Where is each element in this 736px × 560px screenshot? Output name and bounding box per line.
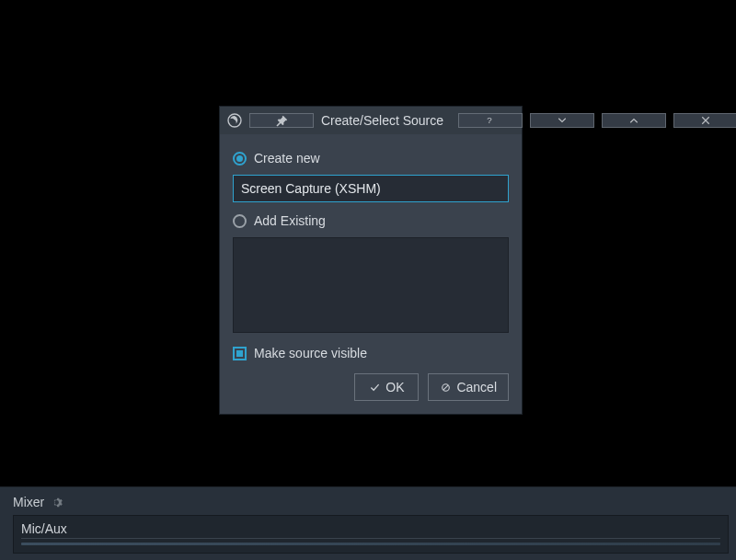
gear-icon[interactable] [50,496,63,509]
pin-icon[interactable] [249,113,314,128]
checkbox-make-visible[interactable]: Make source visible [233,346,509,360]
ok-button[interactable]: OK [354,373,419,401]
mixer-track-label: Mic/Aux [21,521,720,539]
mixer-header: Mixer [0,493,736,515]
create-select-source-dialog: Create/Select Source ? Create new Add Ex… [219,106,523,415]
mixer-panel: Mixer Mic/Aux [0,486,736,560]
svg-text:?: ? [487,115,492,125]
dialog-button-row: OK Cancel [233,373,509,401]
close-icon[interactable] [673,113,736,128]
help-icon[interactable]: ? [458,113,523,128]
dialog-body: Create new Add Existing Make source visi… [220,134,522,414]
chevron-up-icon[interactable] [602,113,666,128]
checkbox-icon [233,347,247,360]
check-icon [369,382,380,393]
dialog-title: Create/Select Source [321,113,443,128]
radio-create-new[interactable]: Create new [233,151,509,166]
radio-existing-label: Add Existing [254,213,326,228]
radio-icon [233,214,247,228]
ok-label: OK [385,380,404,394]
radio-create-label: Create new [254,151,320,166]
mixer-body: Mic/Aux [13,515,729,554]
source-name-input[interactable] [233,175,509,202]
mixer-title: Mixer [13,495,44,509]
cancel-label: Cancel [456,380,497,394]
checkbox-visible-label: Make source visible [254,346,367,360]
dialog-titlebar[interactable]: Create/Select Source ? [220,107,522,134]
cancel-button[interactable]: Cancel [428,373,509,401]
audio-meter [21,543,720,545]
chevron-down-icon[interactable] [530,113,594,128]
prohibit-icon [440,382,451,393]
obs-app-icon [227,113,242,128]
radio-icon [233,152,247,166]
existing-sources-list[interactable] [233,237,509,333]
radio-add-existing[interactable]: Add Existing [233,213,509,228]
